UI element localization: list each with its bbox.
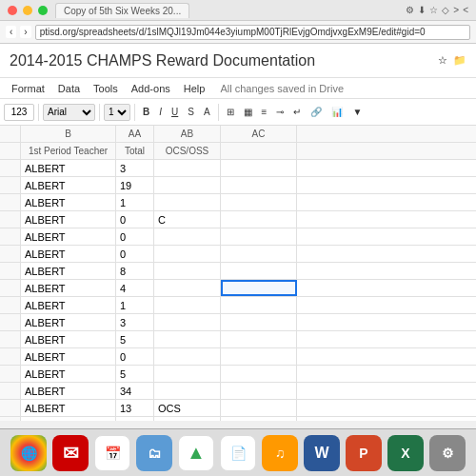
cell-ab-4[interactable]: C	[154, 211, 221, 228]
cell-aa-1[interactable]: 3	[116, 160, 154, 176]
col-header-aa[interactable]: AA	[116, 126, 154, 142]
cell-ac-4[interactable]	[221, 211, 297, 228]
col-header-b[interactable]: B	[21, 126, 116, 142]
cell-ab-12[interactable]	[154, 348, 221, 365]
cell-ab-7[interactable]	[154, 263, 221, 279]
cell-b-10[interactable]: ALBERT	[21, 314, 116, 330]
url-input[interactable]	[35, 25, 470, 40]
cell-ab-2[interactable]	[154, 177, 221, 193]
browser-tab[interactable]: Copy of 5th Six Weeks 20...	[55, 3, 189, 18]
minimize-button[interactable]	[23, 6, 32, 15]
back-button[interactable]: ‹	[6, 26, 16, 38]
cell-ac-10[interactable]	[221, 314, 297, 330]
border-button[interactable]: ▦	[240, 106, 256, 118]
cell-b-7[interactable]: ALBERT	[21, 263, 116, 279]
folder-icon[interactable]: 📁	[453, 54, 466, 67]
table-row[interactable]: ALBERT 8	[0, 263, 476, 280]
cell-b-8[interactable]: ALBERT	[21, 280, 116, 296]
cell-ac-16[interactable]	[221, 417, 297, 421]
table-row[interactable]: ALBERT 1	[0, 194, 476, 211]
dock-ppt-icon[interactable]: P	[346, 435, 382, 471]
close-button[interactable]	[8, 6, 17, 15]
link-button[interactable]: 🔗	[307, 106, 326, 118]
dock-drive-icon[interactable]: ▲	[178, 435, 214, 471]
menu-addons[interactable]: Add-ons	[126, 81, 176, 96]
table-row[interactable]: ALBERT 0	[0, 246, 476, 263]
cell-ab-6[interactable]	[154, 246, 221, 262]
cell-aa-14[interactable]: 34	[116, 383, 154, 399]
cell-ab-13[interactable]	[154, 366, 221, 382]
dock-settings-icon[interactable]: ⚙	[429, 435, 466, 471]
font-size-selector[interactable]: 10	[104, 104, 130, 121]
star-icon[interactable]: ☆	[438, 54, 447, 67]
cell-ac-0[interactable]	[221, 143, 297, 159]
menu-data[interactable]: Data	[52, 81, 86, 96]
table-row[interactable]: 1st Period Teacher Total OCS/OSS	[0, 143, 476, 160]
italic-button[interactable]: I	[155, 106, 166, 118]
dock-music-icon[interactable]: ♫	[262, 435, 298, 471]
cell-aa-10[interactable]: 3	[116, 314, 154, 330]
cell-b-14[interactable]: ALBERT	[21, 383, 116, 399]
align-left-button[interactable]: ≡	[258, 106, 271, 118]
cell-b-5[interactable]: ALBERT	[21, 228, 116, 245]
table-row[interactable]: ALBERT 1	[0, 297, 476, 314]
cell-b-11[interactable]: ALBERT	[21, 331, 116, 347]
cell-aa-5[interactable]: 0	[116, 228, 154, 245]
cell-b-0[interactable]: 1st Period Teacher	[21, 143, 116, 159]
forward-button[interactable]: ›	[20, 26, 30, 38]
cell-b-1[interactable]: ALBERT	[21, 160, 116, 176]
col-header-ab[interactable]: AB	[154, 126, 221, 142]
cell-ac-6[interactable]	[221, 246, 297, 262]
text-wrap-button[interactable]: ↵	[289, 106, 305, 118]
maximize-button[interactable]	[38, 6, 48, 15]
cell-b-2[interactable]: ALBERT	[21, 177, 116, 193]
cell-b-16[interactable]: ALBERT	[21, 417, 116, 421]
cell-b-15[interactable]: ALBERT	[21, 400, 116, 416]
strikethrough-button[interactable]: S	[184, 106, 198, 118]
bold-button[interactable]: B	[139, 106, 153, 118]
cell-ab-11[interactable]	[154, 331, 221, 347]
cell-reference[interactable]	[4, 104, 34, 121]
cell-ab-10[interactable]	[154, 314, 221, 330]
dock-excel-icon[interactable]: X	[387, 435, 424, 471]
cell-aa-2[interactable]: 19	[116, 177, 154, 193]
cell-aa-16[interactable]: 12	[116, 417, 154, 421]
cell-ac-8[interactable]	[221, 280, 297, 296]
font-selector[interactable]: Arial	[43, 104, 95, 121]
cell-aa-7[interactable]: 8	[116, 263, 154, 279]
cell-ac-9[interactable]	[221, 297, 297, 313]
cell-aa-6[interactable]: 0	[116, 246, 154, 262]
dock-word-icon[interactable]: W	[304, 435, 340, 471]
table-row[interactable]: ALBERT 4	[0, 280, 476, 297]
cell-ac-5[interactable]	[221, 228, 297, 245]
cell-aa-15[interactable]: 13	[116, 400, 154, 416]
table-row[interactable]: ALBERT 0	[0, 228, 476, 246]
dock-mail-icon[interactable]: ✉	[52, 435, 89, 471]
cell-b-13[interactable]: ALBERT	[21, 366, 116, 382]
cell-ab-14[interactable]	[154, 383, 221, 399]
dock-calendar-icon[interactable]: 📅	[94, 435, 130, 471]
cell-ac-14[interactable]	[221, 383, 297, 399]
cell-ac-3[interactable]	[221, 194, 297, 210]
align-center-button[interactable]: ⊸	[272, 106, 288, 118]
cell-aa-8[interactable]: 4	[116, 280, 154, 296]
cell-ab-1[interactable]	[154, 160, 221, 176]
cell-b-6[interactable]: ALBERT	[21, 246, 116, 262]
merge-button[interactable]: ⊞	[223, 106, 238, 118]
cell-ab-0[interactable]: OCS/OSS	[154, 143, 221, 159]
table-row[interactable]: ALBERT 3	[0, 314, 476, 331]
menu-format[interactable]: Format	[6, 81, 50, 96]
cell-ac-2[interactable]	[221, 177, 297, 193]
cell-b-4[interactable]: ALBERT	[21, 211, 116, 228]
table-row[interactable]: ALBERT 13 OCS	[0, 400, 476, 417]
cell-ac-7[interactable]	[221, 263, 297, 279]
cell-ab-9[interactable]	[154, 297, 221, 313]
cell-ac-1[interactable]	[221, 160, 297, 176]
cell-ac-11[interactable]	[221, 331, 297, 347]
dock-docs-icon[interactable]: 📄	[220, 435, 256, 471]
table-row[interactable]: ALBERT 0	[0, 348, 476, 366]
cell-ac-15[interactable]	[221, 400, 297, 416]
menu-tools[interactable]: Tools	[88, 81, 124, 96]
cell-ab-15[interactable]: OCS	[154, 400, 221, 416]
table-row[interactable]: ALBERT 0 C	[0, 211, 476, 228]
